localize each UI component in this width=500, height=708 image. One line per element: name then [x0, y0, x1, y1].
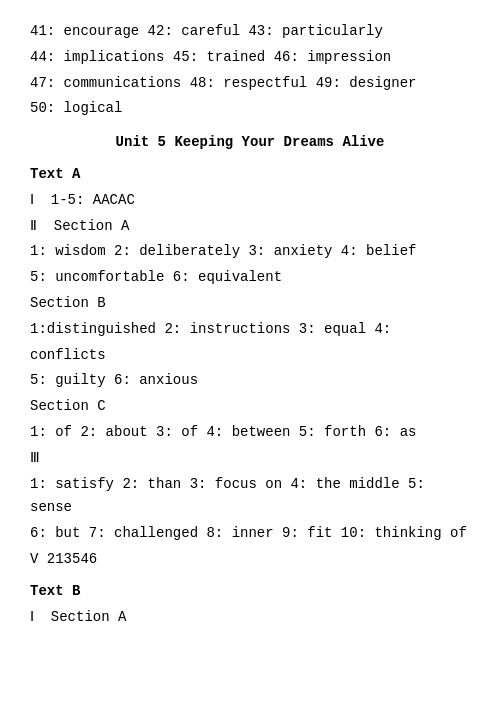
line-44: 44: implications 45: trained 46: impress…	[30, 46, 470, 70]
text-a-heading: Text A	[30, 163, 470, 187]
line-41: 41: encourage 42: careful 43: particular…	[30, 20, 470, 44]
roman3-label: Ⅲ	[30, 447, 470, 471]
part1-value: 1-5: AACAC	[51, 192, 135, 208]
roman2-section-a: Ⅱ Section A	[30, 215, 470, 239]
section-b-items1: 1:distinguished 2: instructions 3: equal…	[30, 318, 470, 342]
section-b-items-text: 1:distinguished 2: instructions 3: equal…	[30, 321, 391, 337]
roman1-label: Ⅰ	[30, 192, 34, 208]
content-block: 41: encourage 42: careful 43: particular…	[30, 20, 470, 629]
section-a-items2: 5: uncomfortable 6: equivalent	[30, 266, 470, 290]
section-c-items: 1: of 2: about 3: of 4: between 5: forth…	[30, 421, 470, 445]
line-50: 50: logical	[30, 97, 470, 121]
section-c-heading: Section C	[30, 395, 470, 419]
text-b-heading: Text B	[30, 580, 470, 604]
unit-title: Unit 5 Keeping Your Dreams Alive	[30, 131, 470, 155]
section-a-items1: 1: wisdom 2: deliberately 3: anxiety 4: …	[30, 240, 470, 264]
section-b-heading: Section B	[30, 292, 470, 316]
section-b-items2: 5: guilty 6: anxious	[30, 369, 470, 393]
roman1-part1: Ⅰ 1-5: AACAC	[30, 189, 470, 213]
section-b-conflicts: conflicts	[30, 344, 470, 368]
roman3-items2: 6: but 7: challenged 8: inner 9: fit 10:…	[30, 522, 470, 546]
section-a-b-label: Section A	[51, 609, 127, 625]
roman1b-label: Ⅰ	[30, 609, 34, 625]
roman5-value: V 213546	[30, 548, 470, 572]
roman2-label: Ⅱ	[30, 218, 37, 234]
line-47: 47: communications 48: respectful 49: de…	[30, 72, 470, 96]
section-a-label: Section A	[54, 218, 130, 234]
roman3-items1: 1: satisfy 2: than 3: focus on 4: the mi…	[30, 473, 470, 521]
roman1b-section-a: Ⅰ Section A	[30, 606, 470, 630]
